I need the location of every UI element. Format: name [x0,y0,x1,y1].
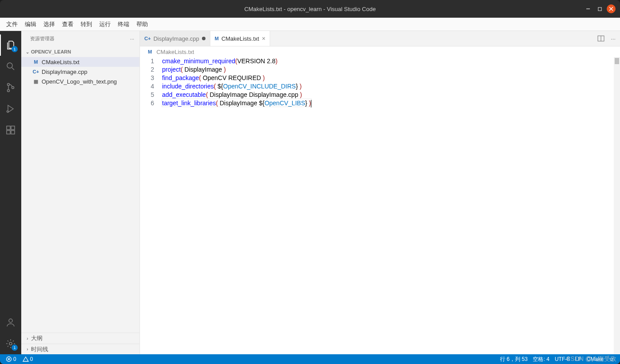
status-eol[interactable]: LF [573,356,584,362]
activity-settings[interactable]: 1 [0,333,21,354]
svg-rect-9 [11,126,15,130]
code-area[interactable]: 123456 cmake_minimum_required(VERSION 2.… [140,57,620,354]
folder-header[interactable]: ⌄ OPENCV_LEARN [21,46,140,57]
chevron-right-icon: › [24,336,31,341]
svg-point-1 [7,63,12,68]
cpp-icon: C+ [32,68,40,75]
svg-rect-0 [598,7,601,10]
tab-label: DisplayImage.cpp [153,35,199,42]
editor-tabs: C+ DisplayImage.cpp M CMakeLists.txt × ·… [140,31,620,46]
activity-run-debug[interactable] [0,98,21,119]
scroll-position-marker [615,58,619,64]
svg-point-11 [9,342,12,345]
tab-displayimage[interactable]: C+ DisplayImage.cpp [140,31,210,46]
settings-badge: 1 [12,345,18,351]
status-line-col[interactable]: 行 6，列 53 [498,356,530,363]
title-bar: CMakeLists.txt - opencv_learn - Visual S… [0,0,620,18]
menu-help[interactable]: 帮助 [133,19,151,30]
tab-label: CMakeLists.txt [221,35,259,42]
cmake-icon: M [215,36,219,41]
status-bar: 0 0 行 6，列 53 空格: 4 UTF-8 LF CMake ☺ [0,354,620,364]
debug-icon [5,103,16,114]
activity-source-control[interactable] [0,77,21,98]
breadcrumbs[interactable]: M CMakeLists.txt [140,46,620,57]
file-row-logo[interactable]: ▦ OpenCV_Logo_with_text.png [21,77,140,86]
breadcrumb-text: CMakeLists.txt [156,49,194,55]
source-control-icon [5,82,16,93]
cmake-icon: M [32,58,40,65]
menu-file[interactable]: 文件 [3,19,21,30]
outline-header[interactable]: › 大纲 [21,333,140,344]
overview-ruler[interactable] [614,57,620,354]
window-title: CMakeLists.txt - opencv_learn - Visual S… [244,6,376,12]
editor-actions: ··· [593,31,620,46]
split-editor-icon[interactable] [597,35,604,42]
chevron-down-icon: ⌄ [24,50,31,54]
account-icon [5,317,16,328]
sidebar-more-icon[interactable]: ··· [130,36,134,42]
menu-edit[interactable]: 编辑 [21,19,40,30]
close-button[interactable] [607,4,616,13]
error-icon [6,356,12,362]
svg-rect-6 [7,126,10,130]
file-name: DisplayImage.cpp [42,69,87,75]
editor: C+ DisplayImage.cpp M CMakeLists.txt × ·… [140,31,620,354]
svg-point-10 [9,319,12,322]
svg-point-3 [8,90,10,92]
menu-bar: 文件 编辑 选择 查看 转到 运行 终端 帮助 [0,18,620,31]
warning-icon [23,356,29,362]
menu-go[interactable]: 转到 [77,19,96,30]
activity-search[interactable] [0,56,21,77]
cmake-icon: M [148,49,152,54]
timeline-label: 时间线 [31,345,48,353]
menu-selection[interactable]: 选择 [40,19,58,30]
status-language[interactable]: CMake [585,356,606,362]
outline-label: 大纲 [31,334,43,342]
activity-bar: 1 1 [0,31,21,354]
warning-count: 0 [30,356,33,362]
sidebar: 资源管理器 ··· ⌄ OPENCV_LEARN M CMakeLists.tx… [21,31,140,354]
maximize-button[interactable] [595,4,604,13]
menu-terminal[interactable]: 终端 [114,19,133,30]
status-feedback[interactable]: ☺ [607,356,616,362]
code-lines[interactable]: cmake_minimum_required(VERSION 2.8)proje… [162,57,311,354]
image-icon: ▦ [32,78,40,85]
status-spaces[interactable]: 空格: 4 [531,356,551,363]
sidebar-title: 资源管理器 [30,35,54,42]
chevron-right-icon: › [24,347,31,352]
error-count: 0 [13,356,16,362]
sidebar-header: 资源管理器 ··· [21,31,140,46]
activity-explorer[interactable]: 1 [0,34,21,56]
menu-view[interactable]: 查看 [58,19,77,30]
minimize-button[interactable] [584,4,593,13]
window-controls [584,4,620,13]
timeline-header[interactable]: › 时间线 [21,344,140,354]
status-errors[interactable]: 0 [4,356,19,362]
svg-point-2 [8,84,10,86]
search-icon [5,61,16,72]
file-row-cmakelists[interactable]: M CMakeLists.txt [21,57,140,67]
status-encoding[interactable]: UTF-8 [553,356,572,362]
tab-cmakelists[interactable]: M CMakeLists.txt × [210,31,271,46]
activity-extensions[interactable] [0,119,21,141]
svg-rect-7 [7,130,10,134]
activity-account[interactable] [0,312,21,333]
folder-name: OPENCV_LEARN [31,49,71,54]
close-icon[interactable]: × [262,35,265,42]
line-gutter: 123456 [140,57,162,354]
svg-point-4 [12,87,14,89]
menu-run[interactable]: 运行 [96,19,114,30]
file-name: CMakeLists.txt [42,59,79,65]
dirty-indicator-icon [202,37,205,40]
svg-rect-8 [11,130,15,134]
file-row-displayimage[interactable]: C+ DisplayImage.cpp [21,67,140,77]
status-warnings[interactable]: 0 [20,356,35,362]
extensions-icon [5,125,16,135]
explorer-badge: 1 [12,46,18,52]
file-list: M CMakeLists.txt C+ DisplayImage.cpp ▦ O… [21,57,140,333]
cpp-icon: C+ [144,36,151,41]
file-name: OpenCV_Logo_with_text.png [42,78,117,85]
more-actions-icon[interactable]: ··· [611,35,616,42]
